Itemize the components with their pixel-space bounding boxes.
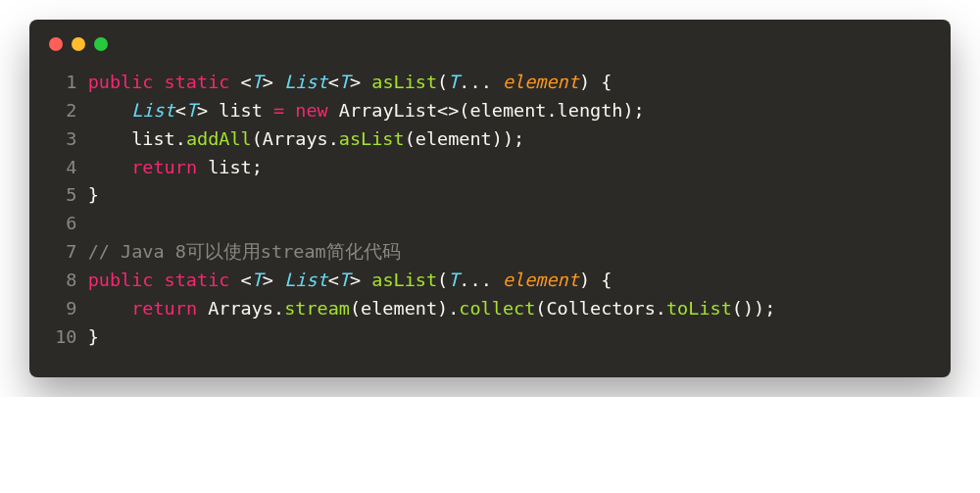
code-token: static <box>165 72 230 92</box>
line-number: 7 <box>53 238 77 267</box>
code-token: list. <box>88 128 186 149</box>
line-number: 1 <box>53 69 77 97</box>
code-token: new <box>295 100 327 121</box>
code-line: 7// Java 8可以使用stream简化代码 <box>53 238 927 267</box>
code-token: ... <box>459 270 503 290</box>
code-window: 1public static <T> List<T> asList(T... e… <box>29 20 951 377</box>
code-token: < <box>328 72 339 92</box>
code-token: static <box>165 270 230 290</box>
code-token <box>284 100 295 121</box>
code-token: element <box>503 72 579 92</box>
line-content: List<T> list = new ArrayList<>(element.l… <box>88 97 645 125</box>
code-token <box>88 157 132 177</box>
code-token: T <box>252 270 263 290</box>
code-token: addAll <box>186 128 252 149</box>
code-token: stream <box>284 298 350 319</box>
line-number: 2 <box>53 97 77 125</box>
code-token: > <box>350 270 371 290</box>
code-token: T <box>186 100 197 121</box>
code-line: 8public static <T> List<T> asList(T... e… <box>53 267 927 295</box>
code-token: List <box>284 72 328 92</box>
code-line: 2 List<T> list = new ArrayList<>(element… <box>53 97 927 125</box>
code-token: (Arrays. <box>252 128 339 149</box>
line-number: 8 <box>53 267 77 295</box>
code-line: 3 list.addAll(Arrays.asList(element)); <box>53 125 927 154</box>
code-token: asList <box>339 128 405 149</box>
code-line: 5} <box>53 181 927 210</box>
code-line: 6 <box>53 210 927 238</box>
zoom-icon[interactable] <box>94 37 108 51</box>
code-token: collect <box>459 298 535 319</box>
code-token: < <box>328 270 339 290</box>
code-token <box>88 298 132 319</box>
code-token: (element)); <box>405 128 525 149</box>
line-content: } <box>88 181 99 210</box>
code-token: List <box>284 270 328 290</box>
line-number: 5 <box>53 181 77 210</box>
code-token: } <box>88 184 99 205</box>
code-token: return <box>131 298 197 319</box>
line-content: return Arrays.stream(element).collect(Co… <box>88 295 776 323</box>
code-token: ()); <box>732 298 776 319</box>
code-token: ) { <box>579 72 612 92</box>
line-content: public static <T> List<T> asList(T... el… <box>88 267 612 295</box>
code-token: public <box>88 270 154 290</box>
line-number: 4 <box>53 154 77 182</box>
code-token: < <box>229 270 251 290</box>
code-block: 1public static <T> List<T> asList(T... e… <box>29 69 951 352</box>
code-token: asList <box>371 72 437 92</box>
line-content: public static <T> List<T> asList(T... el… <box>88 69 612 97</box>
code-token: = <box>273 100 284 121</box>
code-token: T <box>448 72 459 92</box>
code-token: > <box>350 72 371 92</box>
code-token: (element). <box>350 298 459 319</box>
code-token: public <box>88 72 154 92</box>
code-token: return <box>131 157 197 177</box>
code-token: toList <box>666 298 732 319</box>
line-content: list.addAll(Arrays.asList(element)); <box>88 125 525 154</box>
code-line: 4 return list; <box>53 154 927 182</box>
line-content: } <box>88 323 99 352</box>
line-number: 10 <box>53 323 77 352</box>
code-line: 10} <box>53 323 927 352</box>
line-number: 3 <box>53 125 77 154</box>
code-token: (Collectors. <box>535 298 666 319</box>
code-token: > list <box>197 100 273 121</box>
line-number: 6 <box>53 210 77 238</box>
code-token: < <box>229 72 251 92</box>
code-token <box>88 100 132 121</box>
code-token: > <box>263 270 284 290</box>
code-token: ArrayList<>(element.length); <box>328 100 645 121</box>
line-number: 9 <box>53 295 77 323</box>
code-token <box>153 72 164 92</box>
code-token: Arrays. <box>197 298 284 319</box>
code-token: T <box>448 270 459 290</box>
code-token: element <box>503 270 579 290</box>
code-line: 1public static <T> List<T> asList(T... e… <box>53 69 927 97</box>
line-content: return list; <box>88 154 263 182</box>
window-titlebar <box>29 37 951 69</box>
code-token: T <box>252 72 263 92</box>
code-token: } <box>88 326 99 347</box>
close-icon[interactable] <box>49 37 63 51</box>
code-token: list; <box>197 157 263 177</box>
code-token: ( <box>437 72 448 92</box>
code-token: T <box>339 72 350 92</box>
code-token: ) { <box>579 270 612 290</box>
code-token: T <box>339 270 350 290</box>
code-token: ... <box>459 72 503 92</box>
code-token: > <box>263 72 284 92</box>
code-token: List <box>131 100 175 121</box>
code-token: // Java 8可以使用stream简化代码 <box>88 241 401 262</box>
code-token: ( <box>437 270 448 290</box>
code-token <box>153 270 164 290</box>
line-content: // Java 8可以使用stream简化代码 <box>88 238 401 267</box>
minimize-icon[interactable] <box>72 37 85 51</box>
code-token: asList <box>371 270 437 290</box>
code-line: 9 return Arrays.stream(element).collect(… <box>53 295 927 323</box>
code-token: < <box>175 100 186 121</box>
